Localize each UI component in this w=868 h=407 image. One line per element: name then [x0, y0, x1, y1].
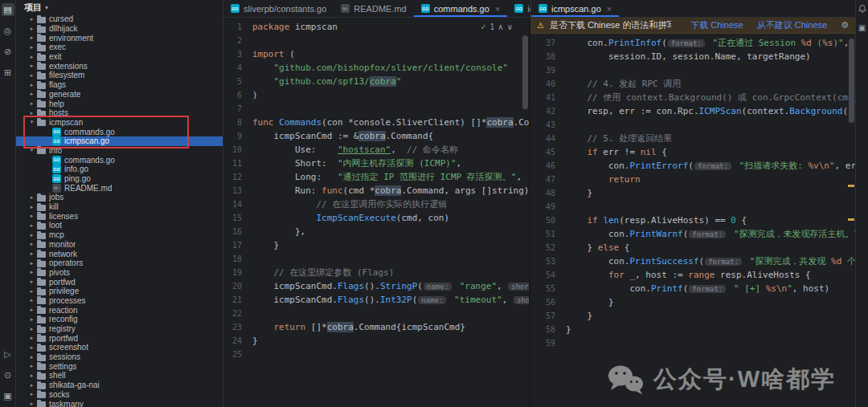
- tree-file-commands.go[interactable]: commands.go: [16, 155, 223, 165]
- line-number[interactable]: 56: [530, 295, 566, 309]
- code-text[interactable]: return []*cobra.Command{icmpScanCmd}: [252, 320, 529, 334]
- bell-icon[interactable]: [858, 4, 867, 14]
- code-line[interactable]: 40 // 4. 发起 RPC 调用: [530, 77, 855, 91]
- line-number[interactable]: 40: [530, 77, 566, 91]
- chevron-right-icon[interactable]: ▸: [27, 63, 36, 69]
- line-number[interactable]: 54: [530, 268, 566, 282]
- close-icon[interactable]: ×: [607, 4, 612, 14]
- tree-folder-help[interactable]: ▸help: [16, 99, 223, 108]
- code-line[interactable]: 53 con.PrintSuccessf(format: "探测完成，共发现 %…: [530, 254, 855, 268]
- chevron-right-icon[interactable]: ▸: [27, 363, 36, 369]
- code-text[interactable]: Run: func(cmd *cobra.Command, args []str…: [252, 184, 529, 197]
- code-line[interactable]: 14 // 在这里调用你实际的执行逻辑: [223, 197, 529, 211]
- line-number[interactable]: 12: [223, 170, 252, 184]
- tree-folder-processes[interactable]: ▸processes: [16, 296, 223, 306]
- tree-folder-kill[interactable]: ▸kill: [16, 202, 223, 212]
- tree-folder-dllhijack[interactable]: ▸dllhijack: [16, 24, 223, 34]
- line-number[interactable]: 52: [530, 241, 566, 254]
- problems-icon[interactable]: ⊙: [2, 368, 14, 381]
- chevron-right-icon[interactable]: ▸: [27, 35, 36, 41]
- tree-folder-reconfig[interactable]: ▸reconfig: [16, 315, 223, 324]
- line-number[interactable]: 55: [530, 282, 566, 295]
- tree-folder-monitor[interactable]: ▸monitor: [16, 240, 223, 250]
- chevron-right-icon[interactable]: ▸: [27, 213, 36, 219]
- chevron-right-icon[interactable]: ▸: [27, 344, 36, 351]
- code-line[interactable]: 7: [223, 102, 529, 116]
- tree-file-ping.go[interactable]: ping.go: [16, 174, 223, 184]
- tree-folder-rportfwd[interactable]: ▸rportfwd: [16, 333, 223, 343]
- line-number[interactable]: 7: [223, 102, 252, 116]
- code-line[interactable]: 54 for _, host := range resp.AliveHosts …: [530, 268, 855, 282]
- tree-folder-hosts[interactable]: ▸hosts: [16, 108, 223, 118]
- code-text[interactable]: ): [252, 88, 529, 102]
- code-text[interactable]: // 在这里绑定参数 (Flags): [252, 266, 529, 279]
- tab-sliverpb/constants.go[interactable]: sliverpb/constants.go: [223, 0, 334, 17]
- code-text[interactable]: }: [566, 295, 855, 309]
- search-icon[interactable]: ◎: [2, 24, 14, 37]
- line-number[interactable]: 22: [223, 307, 252, 320]
- code-text[interactable]: Long: "通过指定 IP 范围进行 ICMP 存活探测。",: [252, 170, 529, 184]
- line-number[interactable]: 10: [223, 143, 252, 157]
- line-number[interactable]: 5: [223, 75, 252, 88]
- code-text[interactable]: "github.com/bishopfox/sliver/client/cons…: [252, 61, 529, 75]
- line-number[interactable]: 37: [530, 36, 566, 50]
- code-text[interactable]: if len(resp.AliveHosts) == 0 {: [566, 214, 855, 227]
- tree-folder-pivots[interactable]: ▸pivots: [16, 268, 223, 278]
- code-text[interactable]: // 5. 处理返回结果: [566, 132, 855, 145]
- download-language-link[interactable]: 下载 Chinese: [690, 19, 743, 31]
- tree-folder-filesystem[interactable]: ▸filesystem: [16, 71, 223, 80]
- tree-folder-socks[interactable]: ▸socks: [16, 390, 223, 400]
- tree-folder-generate[interactable]: ▸generate: [16, 90, 223, 100]
- tree-folder-registry[interactable]: ▸registry: [16, 324, 223, 334]
- code-line[interactable]: 39: [530, 63, 855, 77]
- tree-folder-portfwd[interactable]: ▸portfwd: [16, 277, 223, 287]
- code-line[interactable]: 41 // 使用 context.Background() 或 con.Grpc…: [530, 91, 855, 104]
- code-line[interactable]: 45 if err != nil {: [530, 145, 855, 159]
- tree-folder-jobs[interactable]: ▸jobs: [16, 193, 223, 202]
- chevron-right-icon[interactable]: ▸: [27, 82, 36, 88]
- line-number[interactable]: 24: [223, 334, 252, 348]
- code-line[interactable]: 52 } else {: [530, 241, 855, 254]
- line-number[interactable]: 50: [530, 214, 566, 227]
- code-text[interactable]: }: [566, 323, 855, 336]
- scrollbar-thumb[interactable]: [849, 39, 854, 123]
- tree-folder-licenses[interactable]: ▸licenses: [16, 211, 223, 221]
- tree-folder-network[interactable]: ▸network: [16, 249, 223, 258]
- chevron-right-icon[interactable]: ▸: [27, 391, 36, 397]
- code-line[interactable]: 43: [530, 118, 855, 132]
- code-text[interactable]: "github.com/spf13/cobra": [252, 75, 529, 88]
- line-number[interactable]: 42: [530, 104, 566, 118]
- code-text[interactable]: Use: "hostscan", // 命令名称: [252, 143, 529, 157]
- tab-icmpscan.go[interactable]: icmpscan.go▾×: [507, 0, 530, 17]
- tree-folder-icmpscan[interactable]: ▾icmpscan: [16, 118, 223, 128]
- code-text[interactable]: Short: "内网主机存活探测 (ICMP)",: [252, 157, 529, 170]
- code-text[interactable]: if err != nil {: [566, 145, 855, 159]
- code-line[interactable]: 6): [223, 88, 529, 102]
- tree-folder-loot[interactable]: ▸loot: [16, 221, 223, 230]
- code-text[interactable]: }: [566, 186, 855, 200]
- line-number[interactable]: 8: [223, 116, 252, 129]
- chevron-right-icon[interactable]: ▸: [27, 241, 36, 247]
- code-line[interactable]: 56 }: [530, 295, 855, 309]
- tree-folder-extensions[interactable]: ▸extensions: [16, 61, 223, 71]
- tree-file-info.go[interactable]: info.go: [16, 165, 223, 174]
- line-number[interactable]: 6: [223, 88, 252, 102]
- line-number[interactable]: 53: [530, 254, 566, 268]
- tree-folder-privilege[interactable]: ▸privilege: [16, 287, 223, 296]
- next-problem-icon[interactable]: ∨: [507, 22, 513, 31]
- code-line[interactable]: 12 Long: "通过指定 IP 范围进行 ICMP 存活探测。",: [223, 170, 529, 184]
- chevron-right-icon[interactable]: ▸: [27, 269, 36, 275]
- code-line[interactable]: 2: [223, 34, 529, 47]
- project-icon[interactable]: ▤: [2, 3, 14, 16]
- code-text[interactable]: con.Printf(format: " [+] %s\n", host): [566, 282, 855, 295]
- chevron-down-icon[interactable]: ▾: [27, 119, 36, 125]
- gear-icon[interactable]: ⚙: [841, 20, 849, 31]
- scrollbar-thumb[interactable]: [522, 35, 528, 109]
- code-text[interactable]: [252, 102, 529, 116]
- line-number[interactable]: 39: [530, 63, 566, 77]
- code-line[interactable]: 48 }: [530, 186, 855, 200]
- line-number[interactable]: 16: [223, 225, 252, 238]
- chevron-right-icon[interactable]: ▸: [27, 222, 36, 229]
- chevron-right-icon[interactable]: ▸: [27, 232, 36, 238]
- code-line[interactable]: 55 con.Printf(format: " [+] %s\n", host): [530, 282, 855, 295]
